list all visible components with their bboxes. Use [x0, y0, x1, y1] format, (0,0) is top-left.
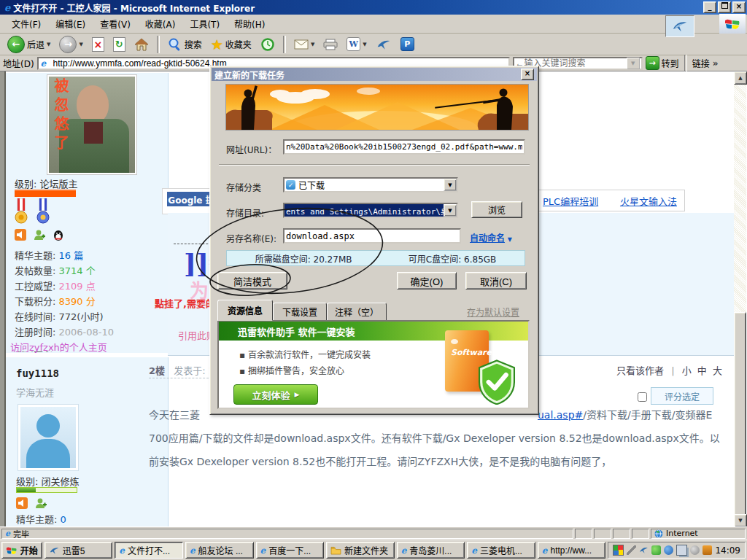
ok-button[interactable]: 确定(O): [397, 272, 457, 289]
google-ad-button[interactable]: Google 提: [167, 192, 215, 206]
tray-app-icon[interactable]: [613, 545, 624, 556]
cancel-button[interactable]: 取消(C): [465, 272, 527, 289]
task-mitsubishi[interactable]: e 三菱电机...: [467, 542, 535, 559]
font-size-small[interactable]: 小: [682, 365, 692, 376]
task-thunder5[interactable]: 迅雷5: [44, 542, 113, 559]
tray-network-globe-icon[interactable]: [664, 545, 673, 555]
tray-pen-icon[interactable]: [627, 545, 636, 555]
minimize-button[interactable]: _: [703, 1, 716, 13]
print-button[interactable]: [320, 34, 341, 55]
disk-space-bar: 所需磁盘空间: 20.27MB 可用C盘空间: 6.85GB: [226, 250, 525, 266]
category-dropdown-icon[interactable]: ▼: [444, 179, 457, 191]
view-author-link[interactable]: 只看该作者: [616, 365, 664, 376]
tray-thunder-icon[interactable]: [639, 545, 649, 555]
dialog-close-button[interactable]: ×: [521, 69, 534, 80]
dialog-title-bar[interactable]: 建立新的下载任务 ×: [212, 68, 537, 81]
home-button[interactable]: [131, 34, 152, 55]
task-baidu[interactable]: e 百度一下...: [256, 542, 325, 559]
poster2-name[interactable]: fuy1118: [16, 368, 59, 379]
menu-file[interactable]: 文件(F): [4, 15, 48, 32]
links-label[interactable]: 链接: [692, 57, 710, 69]
refresh-icon: ↻: [113, 37, 125, 52]
tray-clock-app-icon[interactable]: [703, 545, 712, 555]
medal-blue-icon: [36, 198, 50, 226]
close-button[interactable]: ×: [732, 1, 746, 13]
system-tray: 14:09: [608, 542, 746, 559]
mail-dropdown-icon[interactable]: ▼: [311, 42, 314, 47]
refresh-button[interactable]: ↻: [110, 34, 128, 55]
rate-checkbox[interactable]: [638, 392, 647, 402]
favorites-button[interactable]: ★ 收藏夹: [208, 34, 255, 55]
post2-header-dash: [149, 378, 216, 378]
post-line3: 前安装Gx Dexeloper version 8.52也不能打开工程。请问ZY…: [149, 454, 611, 468]
add-friend-icon[interactable]: [34, 229, 45, 241]
save-as-default-link[interactable]: 存为默认设置: [467, 306, 519, 318]
font-size-large[interactable]: 大: [713, 365, 722, 376]
qq-icon[interactable]: [53, 229, 64, 241]
tab-download-settings[interactable]: 下载设置: [273, 303, 327, 321]
edit-word-button[interactable]: W ▼: [344, 34, 369, 55]
post-link[interactable]: ual.asp#: [538, 409, 583, 421]
back-dropdown-icon[interactable]: ▼: [47, 42, 50, 47]
task-http-page[interactable]: e http://ww...: [538, 542, 606, 559]
back-button[interactable]: ← 后退 ▼: [4, 34, 53, 55]
font-size-mid[interactable]: 中: [697, 365, 707, 376]
task-new-folder[interactable]: 新建文件夹: [326, 542, 395, 559]
keyword-dropdown-icon[interactable]: ▼: [627, 58, 640, 69]
add-friend-icon[interactable]: [35, 497, 47, 509]
search-button[interactable]: 搜索: [165, 34, 205, 55]
restore-button[interactable]: [718, 1, 731, 13]
tab-comment[interactable]: 注释（空）: [327, 303, 387, 321]
p-tool-button[interactable]: P: [398, 34, 417, 55]
ad-cta-button[interactable]: 立刻体验 ▶: [233, 384, 318, 405]
toolbar-separator: [283, 36, 286, 53]
post-line2: 700应用篇/下载的文件却是download.aspx文件。还有软件下载/Gx …: [149, 430, 720, 445]
menu-favorites[interactable]: 收藏(A): [138, 15, 183, 32]
go-button[interactable]: → 转到: [646, 56, 679, 70]
task-current-page[interactable]: e 文件打不...: [115, 542, 183, 559]
page-scrollbar[interactable]: ▲ ▼: [734, 71, 746, 526]
simple-mode-button[interactable]: 简洁模式: [217, 272, 287, 289]
menu-view[interactable]: 查看(V): [93, 15, 138, 32]
url-input[interactable]: [283, 139, 525, 155]
poster1-homepage-link[interactable]: 访问zyfzxh的个人主页: [6, 340, 168, 351]
tray-gray-icon[interactable]: [690, 545, 700, 555]
task-chuanyou-forum[interactable]: e 船友论坛 ...: [185, 542, 254, 559]
back-label: 后退: [27, 38, 44, 50]
menu-bar: 文件(F) 编辑(E) 查看(V) 收藏(A) 工具(T) 帮助(H): [0, 15, 747, 34]
tray-green-icon[interactable]: [651, 545, 661, 555]
thunder-toolbar-button[interactable]: [373, 34, 395, 55]
edit-dropdown-icon[interactable]: ▼: [363, 42, 366, 47]
menu-tools[interactable]: 工具(T): [182, 15, 227, 32]
tab-resource-info[interactable]: 资源信息: [217, 300, 273, 321]
forward-button[interactable]: → ▼: [56, 34, 85, 55]
scrollbar-thumb[interactable]: [734, 312, 746, 516]
menu-help[interactable]: 帮助(H): [227, 15, 272, 32]
category-combo[interactable]: ✓ 已下载 ▼: [283, 177, 458, 192]
stop-button[interactable]: ×: [89, 34, 107, 55]
task-qingdao[interactable]: e 青岛菱川...: [397, 542, 465, 559]
menu-edit[interactable]: 编辑(E): [48, 15, 93, 32]
announce-icon[interactable]: [16, 497, 28, 509]
links-chevron-icon[interactable]: »: [713, 58, 719, 69]
mail-button[interactable]: ▼: [291, 34, 317, 55]
forward-dropdown-icon[interactable]: ▼: [79, 42, 82, 47]
rate-button[interactable]: 评分选定: [651, 387, 713, 405]
filename-input[interactable]: [283, 228, 461, 244]
poster2-level-fill: [17, 488, 36, 492]
directory-combo[interactable]: ents and Settings\Administrator\桌面\ ▼: [283, 203, 458, 218]
scroll-up-button[interactable]: ▲: [734, 71, 747, 85]
browse-button[interactable]: 浏览: [471, 201, 522, 218]
directory-value: ents and Settings\Administrator\桌面\: [286, 205, 444, 217]
text-ad-links: PLC编程培训 火星文输入法: [535, 190, 685, 211]
post-line1-left: 今天在三菱: [149, 407, 200, 421]
tray-monitors-icon[interactable]: [676, 545, 687, 556]
scroll-down-button[interactable]: ▼: [734, 514, 747, 526]
directory-dropdown-icon[interactable]: ▼: [444, 204, 457, 217]
history-button[interactable]: [258, 34, 278, 55]
start-button[interactable]: 开始: [1, 542, 42, 559]
autoname-link[interactable]: 自动命名 ▼: [470, 231, 512, 244]
ad-link-plc[interactable]: PLC编程培训: [543, 194, 598, 208]
announce-icon[interactable]: [15, 229, 26, 241]
ad-link-huoxing[interactable]: 火星文输入法: [620, 194, 677, 208]
